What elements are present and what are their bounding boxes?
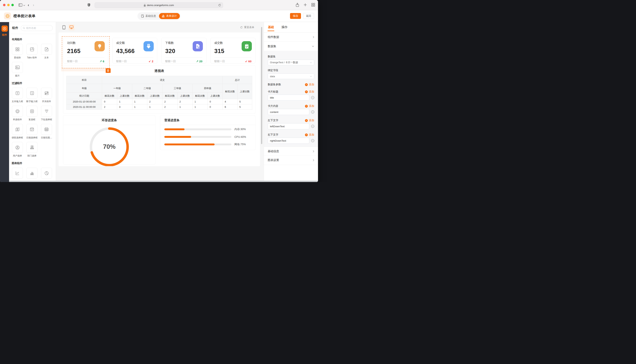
component-item[interactable]: 日期范围… [41,124,53,139]
reload-icon[interactable] [218,4,221,6]
desktop-preview-button[interactable] [68,24,75,30]
privacy-shield-icon[interactable] [87,3,90,8]
field-input-row: − [268,123,314,129]
remove-field-button[interactable]: − [311,96,314,99]
component-item[interactable]: Tabs 组件 [26,44,38,59]
canvas-scrollbar[interactable] [261,27,262,144]
component-item[interactable]: 图片 [11,62,24,78]
mobile-preview-button[interactable] [61,24,67,30]
component-card[interactable] [12,168,23,178]
dataset-section-row[interactable]: 数据集 [264,42,318,51]
dataset-select[interactable]: OrangeTest / 卡片一数据 [268,60,314,65]
add-button[interactable]: +添加 [305,90,314,94]
component-item[interactable]: 级联选择框 [11,124,24,139]
component-item[interactable] [41,168,53,178]
component-card[interactable] [41,88,52,98]
stat-card[interactable]: 下载数320较前一日↗ 20 [161,38,206,64]
component-item[interactable]: 文本输入框 [11,88,24,103]
sidebar-toggle-icon[interactable] [19,4,22,6]
pivot-metric-header: 上课次数 [207,93,223,99]
component-card[interactable] [41,168,52,178]
remove-field-button[interactable]: − [311,139,314,142]
return-button[interactable]: 返回 [303,13,314,19]
stat-compare-label: 较前一日 [215,60,225,63]
basic-info-row[interactable]: 基础信息 [264,147,318,156]
tab-basic[interactable]: 基础 [268,22,274,32]
tab-form-design[interactable]: 表单设计 [159,13,180,19]
component-data-row[interactable]: 组件数据 [264,33,318,42]
field-input[interactable] [268,94,309,101]
clipboard-check-icon [242,41,252,51]
tab-actions[interactable]: 操作 [282,22,288,32]
bind-field-select[interactable]: data [268,74,314,79]
field-input[interactable] [268,109,309,115]
horizontal-scrollbar[interactable] [9,181,318,182]
component-item[interactable]: 用户选择 [11,142,24,158]
plus-icon: + [305,90,308,93]
component-item[interactable]: 部门选择 [26,142,38,158]
field-input[interactable] [268,138,309,144]
component-card[interactable] [27,142,38,153]
minimize-window-button[interactable] [7,4,10,6]
reset-form-button[interactable]: 重置表单 [240,26,254,29]
component-item[interactable]: 日期选择框 [26,124,38,139]
pivot-metric-header: 献花次数 [192,93,207,99]
close-window-button[interactable] [3,4,6,6]
new-tab-icon[interactable] [304,3,307,7]
component-card[interactable] [12,44,23,55]
share-icon[interactable] [296,3,299,8]
add-button[interactable]: +添加 [305,133,314,136]
stat-card[interactable]: 成交额¥43,566较前一日↙ 2 [112,38,157,64]
component-card[interactable] [41,106,52,117]
delete-component-button[interactable] [106,68,111,73]
component-card[interactable] [12,124,23,135]
stat-card[interactable]: 访问数2165较前一日↗ 6 [63,38,108,64]
progress-bars-card[interactable]: 普通进度条 内存:30%CPU:40%网络:75% [160,115,255,150]
component-item[interactable]: 数字输入框 [26,88,38,103]
zoom-window-button[interactable] [11,4,14,6]
component-search[interactable] [21,25,53,31]
component-label: 数字输入框 [26,100,38,103]
component-card[interactable] [27,106,38,117]
component-card[interactable] [12,62,23,73]
sidebar-chevron-icon[interactable] [23,4,25,7]
component-item[interactable]: 开关组件 [41,88,53,103]
component-card[interactable] [41,124,52,135]
chart-settings-row[interactable]: 图表设置 [264,156,318,165]
pivot-table-card[interactable]: 透视表 科目语文总计年级一年级二年级三年级四年级献花次数上课次数统计日期献花次数… [63,65,255,114]
search-input[interactable] [26,26,51,30]
stat-card-wrap: 成交额¥43,566较前一日↙ 2 [112,38,157,64]
component-card[interactable] [27,44,38,55]
component-card[interactable] [27,124,38,135]
component-item[interactable] [11,168,24,178]
add-button[interactable]: +添加 [305,119,314,122]
remove-field-button[interactable]: − [311,125,314,128]
address-bar[interactable]: demo.orangeforms.com [95,2,223,8]
component-card[interactable] [12,106,23,117]
component-card[interactable] [27,168,38,178]
field-input[interactable] [268,123,309,129]
component-item[interactable]: 文本 [41,44,53,59]
component-item[interactable] [26,168,38,178]
component-card[interactable] [12,142,23,153]
tab-basic-info[interactable]: 基础信息 [138,13,159,19]
add-button[interactable]: +添加 [305,83,314,86]
component-item[interactable]: 下拉选择框 [41,106,53,121]
forward-button[interactable]: › [33,3,34,7]
add-button[interactable]: +添加 [305,104,314,108]
back-button[interactable]: ‹ [28,3,29,7]
save-button[interactable]: 保存 [290,13,301,19]
component-card[interactable] [12,88,23,98]
component-item[interactable]: 单选组件 [11,106,24,121]
components-rail-button[interactable] [2,26,8,32]
stat-card[interactable]: 成交数315较前一日↙ 60 [210,38,256,64]
field-label: 数据集参数 [268,83,281,86]
remove-field-button[interactable]: − [311,110,314,114]
ring-progress-card[interactable]: 环形进度条 70% [63,115,155,164]
component-card[interactable] [27,88,38,98]
component-item[interactable]: 基础块 [11,44,24,59]
tab-overview-icon[interactable] [311,3,315,7]
component-item[interactable]: 复选框 [26,106,38,121]
component-card[interactable] [41,44,52,55]
pivot-value-cell: 2 [162,104,177,110]
